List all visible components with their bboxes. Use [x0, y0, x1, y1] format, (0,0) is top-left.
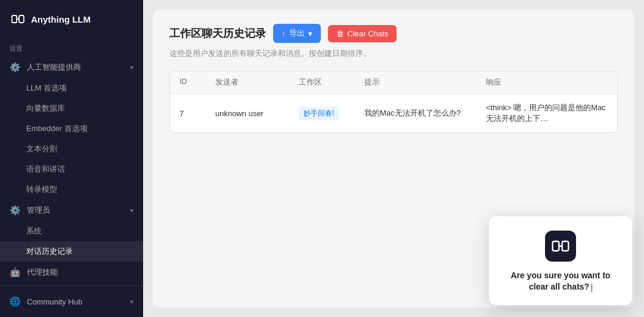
sidebar-item-text-split[interactable]: 文本分割 [0, 139, 143, 159]
sidebar-item-community[interactable]: 🌐 Community Hub ▾ [0, 291, 143, 312]
main-content: 工作区聊天历史记录 ↑ 导出 ▾ 🗑 Clear Chats 这些是用户发送的所… [143, 0, 644, 317]
sidebar-item-speech[interactable]: 语音和讲话 [0, 159, 143, 179]
page-header: 工作区聊天历史记录 ↑ 导出 ▾ 🗑 Clear Chats [169, 24, 618, 43]
col-id: ID [179, 77, 215, 88]
page-subtitle: 这些是用户发送的所有聊天记录和消息。按创建日期排序。 [169, 49, 618, 59]
vector-db-label: 向量数据库 [26, 103, 65, 114]
dialog-icon [545, 231, 576, 262]
text-split-label: 文本分割 [26, 144, 57, 154]
llm-label: LLM 首选项 [26, 83, 67, 94]
transcript-label: 转录模型 [26, 184, 57, 195]
sidebar-item-agent[interactable]: 🤖 代理技能 [0, 262, 143, 283]
col-workspace: 工作区 [299, 77, 364, 88]
table-row: 7 unknown user 妙手回春! 我的Mac无法开机了怎么办? <thi… [170, 94, 617, 132]
svg-rect-0 [12, 15, 17, 23]
app-logo: Anything LLM [0, 0, 143, 37]
admin-icon: ⚙️ [10, 205, 21, 216]
col-prompt: 提示 [364, 77, 486, 88]
sidebar-item-embedder[interactable]: Embedder 首选项 [0, 119, 143, 139]
sidebar-item-ai-label: 人工智能提供商 [27, 62, 81, 73]
svg-rect-3 [562, 241, 569, 251]
sidebar-item-ai-provider[interactable]: ⚙️ 人工智能提供商 ▾ [0, 57, 143, 78]
cell-workspace: 妙手回春! [299, 107, 364, 120]
cell-response: <think> 嗯，用户的问题是他的Mac无法开机的上下… [486, 102, 608, 124]
clear-chats-button[interactable]: 🗑 Clear Chats [328, 25, 397, 42]
chevron-down-icon-admin: ▾ [130, 207, 134, 215]
cell-sender: unknown user [215, 109, 299, 118]
col-response: 响应 [486, 77, 608, 88]
community-icon: 🌐 [10, 296, 21, 307]
clear-label: Clear Chats [348, 29, 389, 38]
community-label: Community Hub [27, 297, 82, 306]
chevron-down-icon: ▾ [130, 64, 134, 72]
table-header-row: ID 发送者 工作区 提示 响应 [170, 72, 617, 94]
sidebar-item-system[interactable]: 系统 [0, 221, 143, 241]
system-label: 系统 [26, 226, 42, 237]
ai-icon: ⚙️ [10, 62, 21, 73]
page-title: 工作区聊天历史记录 [169, 26, 266, 41]
sidebar-item-llm[interactable]: LLM 首选项 [0, 78, 143, 98]
svg-rect-2 [553, 241, 559, 251]
cell-id: 7 [179, 109, 215, 118]
history-label: 对话历史记录 [26, 246, 73, 257]
text-cursor [592, 284, 592, 292]
dialog-title: Are you sure you want to clear all chats… [501, 270, 620, 293]
embedder-label: Embedder 首选项 [26, 123, 88, 134]
sidebar-item-vector-db[interactable]: 向量数据库 [0, 98, 143, 119]
sidebar-item-history[interactable]: 对话历史记录 [0, 241, 143, 262]
logo-icon [10, 11, 26, 27]
export-label: 导出 [289, 28, 305, 39]
trash-icon: 🗑 [336, 29, 344, 38]
confirm-dialog: Are you sure you want to clear all chats… [489, 216, 632, 305]
sidebar: Anything LLM 设置 ⚙️ 人工智能提供商 ▾ LLM 首选项 向量数… [0, 0, 143, 317]
settings-section-label: 设置 [0, 37, 143, 57]
admin-label: 管理员 [27, 205, 50, 216]
workspace-badge: 妙手回春! [299, 107, 339, 120]
speech-label: 语音和讲话 [26, 164, 65, 175]
sidebar-item-admin[interactable]: ⚙️ 管理员 ▾ [0, 200, 143, 221]
export-button[interactable]: ↑ 导出 ▾ [273, 24, 321, 43]
cell-prompt: 我的Mac无法开机了怎么办? [364, 108, 486, 119]
app-name: Anything LLM [31, 14, 91, 24]
agent-label: 代理技能 [27, 267, 58, 278]
col-sender: 发送者 [215, 77, 299, 88]
export-chevron-icon: ▾ [308, 29, 312, 38]
agent-icon: 🤖 [10, 267, 21, 278]
chevron-down-icon-community: ▾ [130, 298, 134, 306]
sidebar-item-transcript[interactable]: 转录模型 [0, 179, 143, 200]
chat-history-table: ID 发送者 工作区 提示 响应 7 unknown user 妙手回春! 我的… [169, 71, 618, 133]
export-icon: ↑ [281, 29, 286, 38]
svg-rect-1 [19, 15, 24, 23]
